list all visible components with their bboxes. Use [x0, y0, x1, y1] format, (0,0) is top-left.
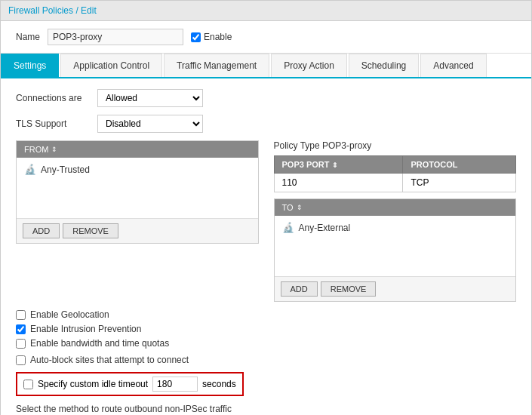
- table-row: 110 TCP: [274, 174, 516, 192]
- enable-checkbox[interactable]: [191, 32, 201, 42]
- timeout-container: Specify custom idle timeout seconds: [16, 372, 244, 396]
- geolocation-row: Enable Geolocation: [16, 309, 516, 320]
- to-zone-header: TO ⇕: [275, 199, 516, 216]
- tab-advanced[interactable]: Advanced: [420, 54, 486, 77]
- timeout-label: Specify custom idle timeout: [38, 379, 148, 389]
- to-add-button[interactable]: ADD: [281, 281, 318, 297]
- protocol-col-header: PROTOCOL: [403, 156, 516, 174]
- bandwidth-checkbox[interactable]: [16, 339, 26, 349]
- from-add-button[interactable]: ADD: [23, 223, 60, 238]
- breadcrumb-parent[interactable]: Firewall Policies: [8, 5, 73, 16]
- tls-label: TLS Support: [16, 118, 91, 129]
- timeout-input[interactable]: [152, 377, 198, 392]
- tls-select[interactable]: Disabled: [97, 115, 203, 133]
- policy-type-label: Policy Type: [274, 140, 320, 151]
- tab-proxy-action[interactable]: Proxy Action: [271, 54, 347, 77]
- to-remove-button[interactable]: REMOVE: [321, 281, 377, 297]
- bandwidth-label: Enable bandwidth and time quotas: [30, 338, 169, 349]
- from-remove-button[interactable]: REMOVE: [63, 223, 118, 238]
- autoblock-checkbox[interactable]: [16, 355, 26, 365]
- zone-external-icon: 🔬: [282, 222, 294, 233]
- from-zone-header: FROM ⇕: [17, 141, 258, 158]
- policy-table: POP3 PORT ⇕ PROTOCOL 110 TCP: [274, 155, 517, 192]
- from-zone-item: 🔬 Any-Trusted: [24, 164, 251, 175]
- connections-select[interactable]: Allowed: [97, 89, 203, 107]
- port-value: 110: [274, 174, 403, 192]
- tab-settings[interactable]: Settings: [1, 54, 59, 77]
- geolocation-label: Enable Geolocation: [30, 309, 109, 320]
- tab-application-control[interactable]: Application Control: [60, 54, 162, 77]
- intrusion-label: Enable Intrusion Prevention: [30, 324, 141, 334]
- port-col-header: POP3 PORT ⇕: [274, 156, 403, 174]
- intrusion-checkbox[interactable]: [16, 324, 26, 334]
- enable-label: Enable: [204, 32, 232, 42]
- breadcrumb-current: Edit: [81, 5, 97, 16]
- name-label: Name: [16, 32, 40, 42]
- bandwidth-row: Enable bandwidth and time quotas: [16, 338, 516, 349]
- policy-type-value: POP3-proxy: [322, 140, 371, 151]
- zone-trust-icon: 🔬: [24, 164, 36, 175]
- intrusion-row: Enable Intrusion Prevention: [16, 324, 516, 334]
- to-zone-item: 🔬 Any-External: [282, 222, 509, 233]
- tab-traffic-management[interactable]: Traffic Management: [164, 54, 269, 77]
- timeout-checkbox[interactable]: [23, 380, 33, 389]
- routing-description: Select the method to route outbound non-…: [16, 404, 516, 414]
- autoblock-row: Auto-block sites that attempt to connect: [16, 355, 516, 365]
- geolocation-checkbox[interactable]: [16, 310, 26, 320]
- tab-scheduling[interactable]: Scheduling: [349, 54, 419, 77]
- connections-label: Connections are: [16, 93, 91, 103]
- autoblock-label: Auto-block sites that attempt to connect: [30, 355, 189, 365]
- timeout-unit: seconds: [202, 379, 236, 389]
- protocol-value: TCP: [403, 174, 516, 192]
- name-input[interactable]: [48, 29, 183, 45]
